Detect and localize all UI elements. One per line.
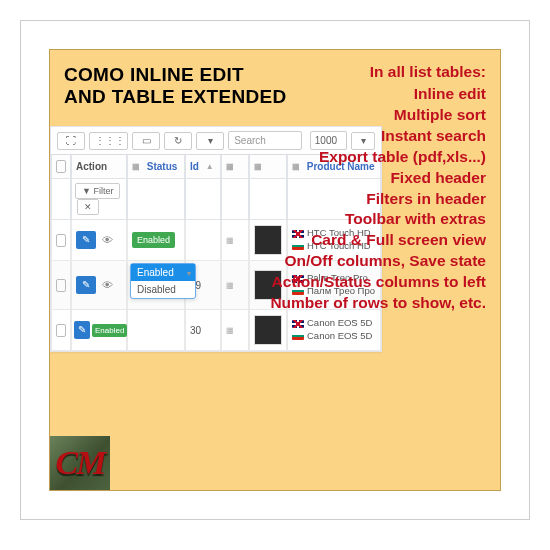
row-checkbox[interactable] xyxy=(51,310,71,351)
select-all-checkbox[interactable] xyxy=(51,155,71,179)
export-icon[interactable]: ▾ xyxy=(196,132,224,150)
card-view-icon[interactable]: ▭ xyxy=(132,132,160,150)
feature-item: Card & Full screen view xyxy=(270,230,486,251)
row-actions: ✎ 👁 xyxy=(71,261,127,310)
refresh-icon[interactable]: ↻ xyxy=(164,132,192,150)
fullscreen-icon[interactable]: ⛶ xyxy=(57,132,85,150)
view-button[interactable]: 👁 xyxy=(98,275,117,295)
header-action: Action xyxy=(71,155,127,179)
row-status[interactable] xyxy=(127,310,185,351)
product-thumbnail xyxy=(254,315,282,345)
header-image[interactable]: ▦ xyxy=(221,155,249,179)
feature-item: On/Off columns, Save state xyxy=(270,251,486,272)
edit-button[interactable]: ✎ xyxy=(74,321,90,339)
filter-spacer xyxy=(51,179,71,220)
header-status-label: Status xyxy=(147,161,178,172)
row-product-name[interactable]: Canon EOS 5D Canon EOS 5D xyxy=(287,310,381,351)
row-id[interactable] xyxy=(185,220,221,261)
feature-item: Number of rows to show, etc. xyxy=(270,293,486,314)
header-id-label: Id xyxy=(190,161,199,172)
status-badge: Enabled xyxy=(92,324,127,337)
edit-button[interactable]: ✎ xyxy=(76,276,96,294)
row-thumb[interactable] xyxy=(249,310,287,351)
filter-apply-button[interactable]: ▼ Filter xyxy=(75,183,120,199)
row-status[interactable]: Enabled xyxy=(127,220,185,261)
logo: CM xyxy=(50,436,110,490)
flag-bg-icon xyxy=(292,332,304,340)
feature-item: Fixed header xyxy=(270,168,486,189)
feature-item: Instant search xyxy=(270,126,486,147)
feature-item: Multiple sort xyxy=(270,105,486,126)
view-button[interactable]: 👁 xyxy=(98,230,117,250)
filter-actions: ▼ Filter✕ xyxy=(71,179,127,220)
logo-box: CM xyxy=(50,436,110,490)
flag-uk-icon xyxy=(292,320,304,328)
feature-heading: In all list tables: xyxy=(270,62,486,83)
row-checkbox[interactable] xyxy=(51,261,71,310)
row-checkbox[interactable] xyxy=(51,220,71,261)
feature-item: Export table (pdf,xls...) xyxy=(270,147,486,168)
status-option-enabled[interactable]: Enabled xyxy=(131,264,195,281)
chevron-down-icon: ▾ xyxy=(187,269,191,278)
columns-icon[interactable]: ⋮⋮⋮ xyxy=(89,132,128,150)
product-name-en: Canon EOS 5D xyxy=(307,317,372,328)
row-img[interactable]: ▦ xyxy=(221,220,249,261)
filter-label: Filter xyxy=(93,186,113,196)
status-dropdown[interactable]: Enabled Disabled ▾ xyxy=(130,263,196,299)
feature-list: In all list tables: Inline edit Multiple… xyxy=(270,62,486,314)
feature-item: Toolbar with extras xyxy=(270,209,486,230)
feature-item: Inline edit xyxy=(270,84,486,105)
table-row: ✎ Enabled 30 ▦ Canon EOS 5D Canon EOS 5D xyxy=(51,310,381,351)
header-id[interactable]: Id ▲ xyxy=(185,155,221,179)
feature-item: Filters in header xyxy=(270,189,486,210)
filter-img xyxy=(221,179,249,220)
row-actions: ✎ 👁 xyxy=(71,220,127,261)
filter-clear-button[interactable]: ✕ xyxy=(77,199,99,215)
row-img[interactable]: ▦ xyxy=(221,310,249,351)
filter-id[interactable] xyxy=(185,179,221,220)
product-name-alt: Canon EOS 5D xyxy=(307,330,372,341)
frame: COMO INLINE EDIT AND TABLE EXTENDED In a… xyxy=(20,20,530,520)
filter-status[interactable] xyxy=(127,179,185,220)
row-actions: ✎ Enabled xyxy=(71,310,127,351)
status-badge: Enabled xyxy=(132,232,175,248)
row-status-editing[interactable]: Enabled Disabled ▾ xyxy=(127,261,185,310)
feature-item: Action/Status columns to left xyxy=(270,272,486,293)
logo-text: CM xyxy=(56,444,105,482)
edit-button[interactable]: ✎ xyxy=(76,231,96,249)
status-option-disabled[interactable]: Disabled xyxy=(131,281,195,298)
row-img[interactable]: ▦ xyxy=(221,261,249,310)
row-id[interactable]: 30 xyxy=(185,310,221,351)
header-status[interactable]: ▦ Status xyxy=(127,155,185,179)
promo-box: COMO INLINE EDIT AND TABLE EXTENDED In a… xyxy=(49,49,501,491)
